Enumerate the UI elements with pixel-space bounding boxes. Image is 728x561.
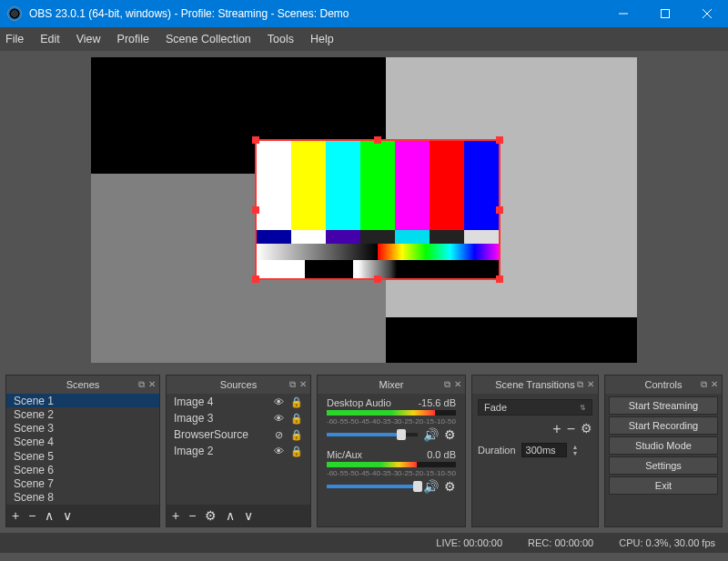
preview-area[interactable] [0,51,728,369]
statusbar: LIVE: 00:00:00 REC: 00:00:00 CPU: 0.3%, … [0,533,728,553]
resize-handle[interactable] [374,275,381,283]
move-scene-up-button[interactable]: ∧ [45,508,54,523]
duration-spinner[interactable]: ▲▼ [572,444,579,456]
panel-close-icon[interactable]: ✕ [299,379,307,390]
volume-slider[interactable] [327,433,418,436]
resize-handle[interactable] [252,275,259,283]
scene-item[interactable]: Scene 5 [6,449,159,463]
panel-popout-icon[interactable]: ⧉ [138,379,145,390]
window-buttons [602,0,728,27]
maximize-button[interactable] [644,0,686,27]
panel-popout-icon[interactable]: ⧉ [444,379,450,390]
panel-close-icon[interactable]: ✕ [148,379,156,390]
panel-popout-icon[interactable]: ⧉ [701,379,707,390]
sources-list[interactable]: Image 4👁🔒Image 3👁🔒BrowserSource⊘🔒Image 2… [167,394,310,505]
panel-popout-icon[interactable]: ⧉ [577,379,583,390]
resize-handle[interactable] [374,136,381,144]
mixer-channel: Desktop Audio-15.6 dB-60-55-50-45-40-35-… [318,394,465,446]
resize-handle[interactable] [252,206,259,214]
move-source-down-button[interactable]: ∨ [244,508,253,523]
panel-title: Sources [220,379,257,390]
close-button[interactable] [686,0,728,27]
window-title: OBS 23.0.1 (64-bit, windows) - Profile: … [29,7,602,20]
start-streaming-button[interactable]: Start Streaming [609,396,718,415]
dropdown-icon: ⇅ [580,404,586,412]
menu-profile[interactable]: Profile [117,33,149,45]
controls-panel-header: Controls ⧉✕ [605,376,722,394]
visibility-icon[interactable]: 👁 [272,396,285,407]
scene-item[interactable]: Scene 6 [6,463,159,476]
menu-edit[interactable]: Edit [40,33,60,45]
source-item[interactable]: BrowserSource⊘🔒 [167,426,310,443]
exit-button[interactable]: Exit [609,476,718,495]
resize-handle[interactable] [496,206,503,214]
lock-icon[interactable]: 🔒 [290,413,303,425]
mute-icon[interactable]: 🔊 [423,479,439,494]
transition-properties-button[interactable]: ⚙ [581,421,592,437]
meter-ticks: -60-55-50-45-40-35-30-25-20-15-10-50 [327,417,456,426]
lock-icon[interactable]: 🔒 [290,429,303,441]
minimize-button[interactable] [602,0,644,27]
source-item[interactable]: Image 4👁🔒 [167,394,310,410]
panel-title: Mixer [379,379,404,390]
menu-scene-collection[interactable]: Scene Collection [166,33,251,45]
settings-button[interactable]: Settings [609,456,718,475]
sources-panel-header: Sources ⧉✕ [167,376,310,394]
scene-item[interactable]: Scene 3 [6,422,159,436]
visibility-icon[interactable]: ⊘ [272,429,285,441]
source-item[interactable]: Image 3👁🔒 [167,410,310,426]
mute-icon[interactable]: 🔊 [423,427,439,442]
menu-help[interactable]: Help [310,33,334,45]
transitions-panel: Scene Transitions ⧉✕ Fade ⇅ + − ⚙ Durati… [471,375,599,527]
menu-view[interactable]: View [76,33,101,45]
move-source-up-button[interactable]: ∧ [226,508,235,523]
docks: Scenes ⧉✕ Scene 1Scene 2Scene 3Scene 4Sc… [0,369,728,533]
test-pattern-bars [257,141,499,230]
remove-scene-button[interactable]: − [28,508,35,523]
mixer-body: Desktop Audio-15.6 dB-60-55-50-45-40-35-… [318,394,465,526]
start-recording-button[interactable]: Start Recording [609,416,718,435]
resize-handle[interactable] [496,275,503,283]
studio-mode-button[interactable]: Studio Mode [609,436,718,455]
visibility-icon[interactable]: 👁 [272,413,285,424]
resize-handle[interactable] [252,136,259,144]
add-source-button[interactable]: + [172,508,179,523]
lock-icon[interactable]: 🔒 [290,446,303,457]
channel-settings-icon[interactable]: ⚙ [444,427,456,442]
move-scene-down-button[interactable]: ∨ [63,508,72,523]
scene-item[interactable]: Scene 2 [6,407,159,421]
panel-popout-icon[interactable]: ⧉ [289,379,296,390]
menu-tools[interactable]: Tools [268,33,294,45]
mixer-panel-header: Mixer ⧉✕ [318,376,465,394]
scene-item[interactable]: Scene 7 [6,477,159,491]
channel-name: Mic/Aux [327,449,362,460]
volume-slider[interactable] [327,485,418,488]
scene-item[interactable]: Scene 1 [6,394,159,407]
lock-icon[interactable]: 🔒 [290,396,303,408]
panel-close-icon[interactable]: ✕ [587,379,594,390]
channel-settings-icon[interactable]: ⚙ [444,479,456,494]
source-label: BrowserSource [174,428,267,441]
visibility-icon[interactable]: 👁 [272,446,285,456]
preview-canvas[interactable] [91,57,637,363]
selected-source[interactable] [255,139,500,280]
mixer-channel: Mic/Aux0.0 dB-60-55-50-45-40-35-30-25-20… [318,446,465,497]
level-meter [327,410,456,416]
scenes-panel-header: Scenes ⧉✕ [6,376,159,394]
add-scene-button[interactable]: + [12,508,19,523]
remove-transition-button[interactable]: − [567,421,575,437]
level-meter [327,462,456,467]
resize-handle[interactable] [496,136,503,144]
scene-item[interactable]: Scene 8 [6,491,159,505]
transition-select[interactable]: Fade ⇅ [478,399,592,416]
scene-item[interactable]: Scene 4 [6,436,159,449]
panel-close-icon[interactable]: ✕ [711,379,718,390]
source-item[interactable]: Image 2👁🔒 [167,443,310,459]
remove-source-button[interactable]: − [188,508,196,523]
source-properties-button[interactable]: ⚙ [205,508,217,523]
menu-file[interactable]: File [5,33,24,45]
duration-input[interactable] [521,443,567,457]
add-transition-button[interactable]: + [552,421,561,437]
scenes-list[interactable]: Scene 1Scene 2Scene 3Scene 4Scene 5Scene… [6,394,159,505]
panel-close-icon[interactable]: ✕ [454,379,461,390]
